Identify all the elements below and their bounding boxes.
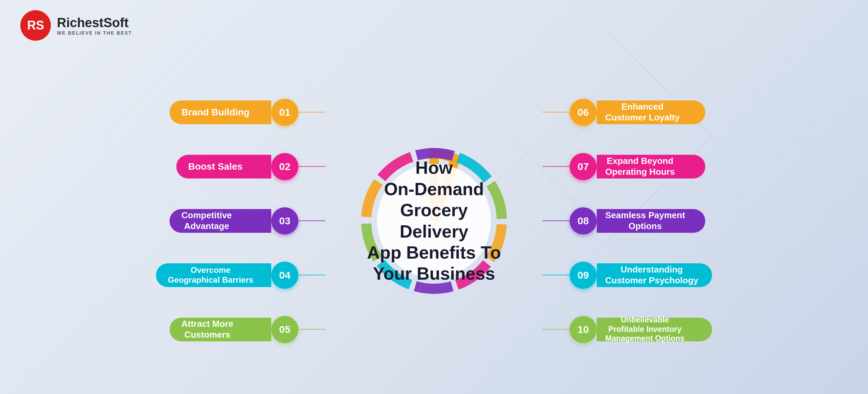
logo-name: RichestSoft bbox=[57, 16, 132, 30]
list-item: 10 UnbelievableProfitable InventoryManag… bbox=[542, 316, 712, 343]
list-item: 08 Seamless PaymentOptions bbox=[542, 207, 705, 234]
item-number-07: 07 bbox=[570, 153, 597, 180]
svg-text:RS: RS bbox=[27, 18, 44, 32]
item-label-01: Brand Building bbox=[181, 107, 250, 118]
list-item: Brand Building 01 bbox=[170, 99, 326, 126]
logo-icon: RS bbox=[20, 10, 51, 41]
list-item: 07 Expand BeyondOperating Hours bbox=[542, 153, 705, 180]
item-label-03: CompetitiveAdvantage bbox=[181, 210, 232, 231]
list-item: Boost Sales 02 bbox=[176, 153, 326, 180]
item-label-09: UnderstandingCustomer Psychology bbox=[605, 264, 698, 285]
center-title: How On-Demand Grocery Delivery App Benef… bbox=[366, 157, 502, 284]
item-label-07: Expand BeyondOperating Hours bbox=[605, 156, 675, 177]
item-number-05: 05 bbox=[271, 316, 298, 343]
item-label-06: EnhancedCustomer Loyalty bbox=[605, 101, 680, 123]
list-item: CompetitiveAdvantage 03 bbox=[170, 207, 326, 234]
main-content: Brand Building 01 Boost Sales 02 Competi… bbox=[0, 48, 868, 394]
logo-tagline: WE BELIEVE IN THE BEST bbox=[57, 30, 132, 36]
item-label-08: Seamless PaymentOptions bbox=[605, 210, 685, 231]
list-item: OvercomeGeographical Barriers 04 bbox=[156, 262, 326, 289]
item-number-04: 04 bbox=[271, 262, 298, 289]
item-number-03: 03 bbox=[271, 207, 298, 234]
item-number-10: 10 bbox=[570, 316, 597, 343]
item-label-10: UnbelievableProfitable InventoryManageme… bbox=[605, 315, 685, 343]
item-number-02: 02 bbox=[271, 153, 298, 180]
item-number-08: 08 bbox=[570, 207, 597, 234]
list-item: 06 EnhancedCustomer Loyalty bbox=[542, 99, 705, 126]
item-label-05: Attract MoreCustomers bbox=[181, 319, 233, 340]
item-label-02: Boost Sales bbox=[188, 161, 242, 172]
logo-text: RichestSoft WE BELIEVE IN THE BEST bbox=[57, 16, 132, 36]
item-label-04: OvercomeGeographical Barriers bbox=[168, 265, 253, 285]
list-item: Attract MoreCustomers 05 bbox=[170, 316, 326, 343]
item-number-06: 06 bbox=[570, 99, 597, 126]
item-number-01: 01 bbox=[271, 99, 298, 126]
center-section: How On-Demand Grocery Delivery App Benef… bbox=[339, 85, 529, 357]
logo: RS RichestSoft WE BELIEVE IN THE BEST bbox=[20, 10, 132, 41]
list-item: 09 UnderstandingCustomer Psychology bbox=[542, 262, 712, 289]
left-panel: Brand Building 01 Boost Sales 02 Competi… bbox=[81, 85, 339, 357]
item-number-09: 09 bbox=[570, 262, 597, 289]
right-panel: 06 EnhancedCustomer Loyalty 07 Expand Be… bbox=[529, 85, 787, 357]
